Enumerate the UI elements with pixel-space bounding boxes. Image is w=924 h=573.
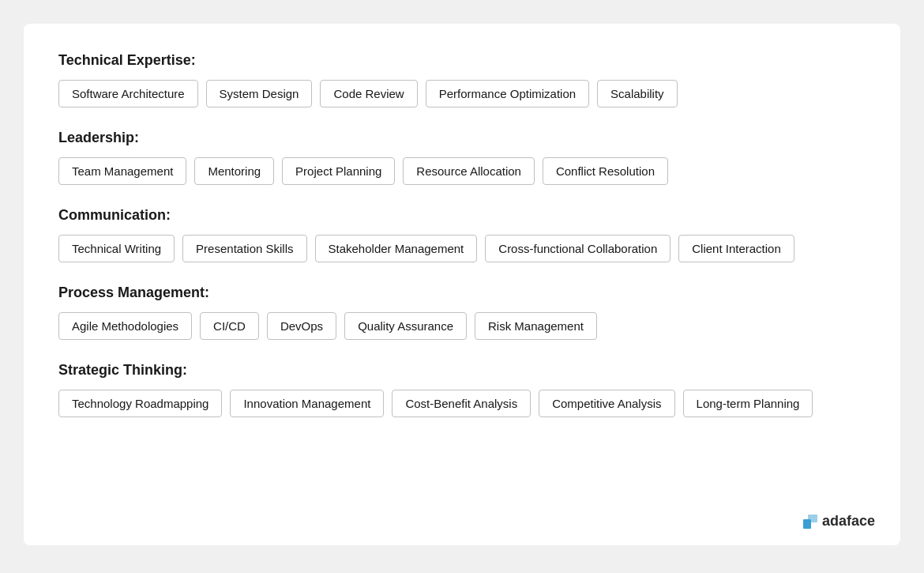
section-title-process-management: Process Management:: [58, 285, 866, 301]
section-leadership: Leadership:Team ManagementMentoringProje…: [58, 130, 866, 185]
skill-tag: Agile Methodologies: [58, 312, 192, 340]
skill-tag: Presentation Skills: [182, 235, 306, 262]
skill-tag: Cross-functional Collaboration: [485, 235, 670, 262]
tags-leadership: Team ManagementMentoringProject Planning…: [58, 157, 866, 185]
skill-tag: Long-term Planning: [683, 390, 813, 417]
section-title-leadership: Leadership:: [58, 130, 866, 146]
section-title-strategic-thinking: Strategic Thinking:: [58, 362, 866, 379]
skills-card: Technical Expertise:Software Architectur…: [24, 24, 900, 545]
tags-strategic-thinking: Technology RoadmappingInnovation Managem…: [58, 390, 866, 417]
skill-tag: Innovation Management: [230, 390, 384, 417]
tags-communication: Technical WritingPresentation SkillsStak…: [58, 235, 866, 262]
skill-tag: Competitive Analysis: [539, 390, 674, 417]
skill-tag: Technical Writing: [58, 235, 175, 262]
skill-tag: Team Management: [58, 157, 186, 185]
skill-tag: Cost-Benefit Analysis: [392, 390, 531, 417]
skill-tag: Scalability: [597, 80, 678, 107]
svg-rect-1: [808, 515, 817, 522]
skill-tag: Technology Roadmapping: [58, 390, 222, 417]
skill-tag: DevOps: [267, 312, 336, 340]
brand-name-text: adaface: [822, 513, 875, 530]
skill-tag: Risk Management: [475, 312, 597, 340]
skill-tag: Client Interaction: [678, 235, 794, 262]
adaface-icon: [803, 515, 817, 529]
section-title-technical-expertise: Technical Expertise:: [58, 52, 866, 69]
branding: adaface: [803, 513, 875, 530]
skill-tag: Project Planning: [282, 157, 395, 185]
skill-tag: Quality Assurance: [344, 312, 467, 340]
section-technical-expertise: Technical Expertise:Software Architectur…: [58, 52, 866, 107]
section-strategic-thinking: Strategic Thinking:Technology Roadmappin…: [58, 362, 866, 417]
section-title-communication: Communication:: [58, 207, 866, 224]
skill-tag: Mentoring: [194, 157, 274, 185]
skill-tag: Resource Allocation: [403, 157, 535, 185]
tags-process-management: Agile MethodologiesCI/CDDevOpsQuality As…: [58, 312, 866, 340]
skill-tag: Conflict Resolution: [543, 157, 668, 185]
skill-tag: Performance Optimization: [426, 80, 589, 107]
skill-tag: Code Review: [320, 80, 417, 107]
skill-tag: CI/CD: [200, 312, 259, 340]
skill-tag: System Design: [206, 80, 313, 107]
skill-tag: Stakeholder Management: [315, 235, 478, 262]
tags-technical-expertise: Software ArchitectureSystem DesignCode R…: [58, 80, 866, 107]
section-process-management: Process Management:Agile MethodologiesCI…: [58, 285, 866, 340]
section-communication: Communication:Technical WritingPresentat…: [58, 207, 866, 262]
skill-tag: Software Architecture: [58, 80, 198, 107]
